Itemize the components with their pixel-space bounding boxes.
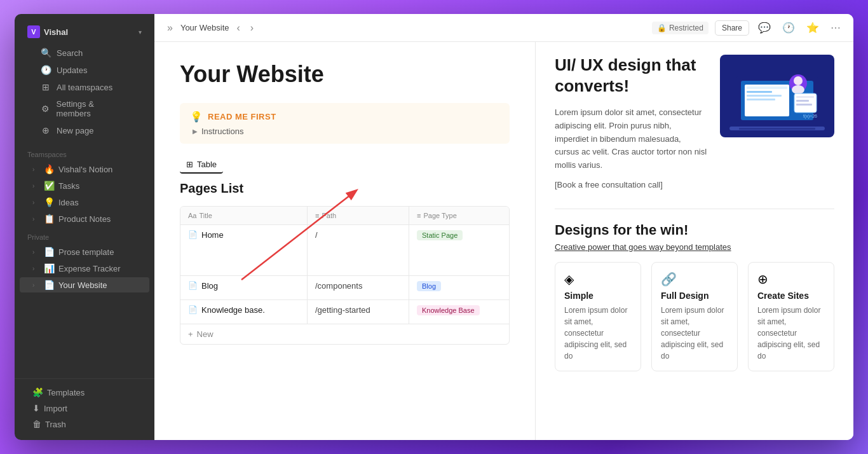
svg-point-11 <box>792 85 804 94</box>
table-section: ⊞ Table Pages List Aa Title <box>180 156 510 345</box>
cell-home-path[interactable]: / <box>308 225 409 275</box>
templates-icon: 🧩 <box>32 387 43 397</box>
pages-table: Aa Title ≡ Path ≡ Page Type <box>180 206 510 345</box>
content-split: Your Website 💡 READ ME FIRST ▶ Instructi… <box>154 42 853 440</box>
toggle-icon: › <box>32 199 40 206</box>
page-type-badge: Static Page <box>417 230 463 240</box>
cell-blog-path[interactable]: /components <box>308 276 409 299</box>
feature-text: Lorem ipsum dolor sit amet, consectetur … <box>661 305 728 362</box>
sidebar-item-prose-template[interactable]: › 📄 Prose template <box>20 244 149 259</box>
main-content: » Your Website ‹ › 🔒 Restricted Share 💬 … <box>154 14 853 440</box>
sidebar-item-templates[interactable]: 🧩 Templates <box>20 385 149 400</box>
toggle-icon: › <box>32 282 40 289</box>
hero-body: Lorem ipsum dolor sit amet, consectetur … <box>555 106 707 172</box>
sidebar-item-expense-tracker[interactable]: › 📊 Expense Tracker <box>20 261 149 276</box>
sidebar-item-all-teamspaces[interactable]: ⊞ All teamspaces <box>27 79 142 95</box>
table-tab-icon: ⊞ <box>186 160 193 169</box>
cell-kb-path[interactable]: /getting-started <box>308 300 409 324</box>
designs-section: Designs for the win! Creative power that… <box>555 209 834 371</box>
page-doc-icon: 📄 <box>188 281 198 290</box>
sidebar-item-import[interactable]: ⬇ Import <box>20 401 149 416</box>
page-doc-icon: 📄 <box>188 230 198 239</box>
updates-icon: 🕐 <box>40 65 51 75</box>
sidebar-item-settings[interactable]: ⚙ Settings & members <box>27 96 142 121</box>
hero-link[interactable]: [Book a free consultation call] <box>555 180 707 189</box>
sidebar-item-your-website[interactable]: › 📄 Your Website <box>20 277 149 292</box>
feature-title: Create Sites <box>757 291 825 301</box>
feature-title: Simple <box>564 291 632 301</box>
ui-illustration: f(x)=26 <box>723 57 831 136</box>
callout-toggle[interactable]: ▶ Instructions <box>193 127 499 136</box>
callout-title: READ ME FIRST <box>208 112 276 121</box>
cell-blog-title[interactable]: 📄 Blog <box>180 276 308 299</box>
cell-home-type[interactable]: Static Page <box>409 225 510 275</box>
more-icon[interactable]: ⋯ <box>828 19 843 36</box>
sidebar-item-new-page[interactable]: ⊕ New page <box>27 122 142 139</box>
cell-home-title[interactable]: 📄 Home <box>180 225 308 275</box>
teamspaces-section-label: Teamspaces <box>15 144 154 161</box>
check-icon: ✅ <box>44 181 55 191</box>
svg-rect-5 <box>747 86 787 89</box>
clipboard-icon: 📋 <box>44 214 55 224</box>
feature-title: Full Design <box>661 291 728 301</box>
path-col-icon: ≡ <box>315 212 319 219</box>
link-icon: 🔗 <box>661 272 728 287</box>
page-type-badge: Knowledge Base <box>417 305 480 315</box>
feature-card-full-design: 🔗 Full Design Lorem ipsum dolor sit amet… <box>651 262 738 371</box>
add-icon: ⊕ <box>40 125 51 135</box>
col-path: ≡ Path <box>308 207 409 224</box>
workspace-name: Vishal <box>44 27 135 37</box>
cell-kb-type[interactable]: Knowledge Base <box>409 300 510 324</box>
sidebar: V Vishal ▾ 🔍 Search 🕐 Updates ⊞ All team… <box>15 14 154 440</box>
tab-bar: ⊞ Table <box>180 156 510 174</box>
sidebar-item-product-notes[interactable]: › 📋 Product Notes <box>20 211 149 226</box>
fire-icon: 🔥 <box>44 164 55 174</box>
main-header: » Your Website ‹ › 🔒 Restricted Share 💬 … <box>154 14 853 42</box>
toggle-icon: › <box>32 265 40 272</box>
toggle-icon: › <box>32 216 40 223</box>
app-container: V Vishal ▾ 🔍 Search 🕐 Updates ⊞ All team… <box>15 14 853 440</box>
page-type-badge: Blog <box>417 281 441 291</box>
workspace-avatar: V <box>27 25 40 38</box>
sidebar-item-trash[interactable]: 🗑 Trash <box>20 416 149 432</box>
history-icon[interactable]: 🕐 <box>780 19 797 36</box>
hero-title: UI/ UX design that converts! <box>555 55 707 96</box>
svg-text:f(x)=26: f(x)=26 <box>803 114 817 119</box>
chart-icon: 📊 <box>44 263 55 273</box>
nav-forward-icon[interactable]: › <box>248 20 256 36</box>
share-button[interactable]: Share <box>715 20 749 36</box>
cell-kb-title[interactable]: 📄 Knowledge base. <box>180 300 308 324</box>
page-type-col-icon: ≡ <box>417 212 421 219</box>
restricted-badge: 🔒 Restricted <box>652 22 709 34</box>
hero-section: UI/ UX design that converts! Lorem ipsum… <box>555 55 834 189</box>
designs-subtitle: Creative power that goes way beyond temp… <box>555 242 834 252</box>
title-col-icon: Aa <box>188 212 196 219</box>
doc-icon: 📄 <box>44 280 55 290</box>
lock-icon: 🔒 <box>657 24 667 32</box>
workspace-header[interactable]: V Vishal ▾ <box>22 22 147 42</box>
sidebar-item-search[interactable]: 🔍 Search <box>27 45 142 61</box>
nav-back-icon[interactable]: ‹ <box>234 20 243 36</box>
sidebar-item-vishals-notion[interactable]: › 🔥 Vishal's Notion <box>20 162 149 177</box>
sidebar-item-tasks[interactable]: › ✅ Tasks <box>20 178 149 193</box>
sidebar-item-updates[interactable]: 🕐 Updates <box>27 62 142 78</box>
page-main-title: Your Website <box>180 61 510 88</box>
right-panel: UI/ UX design that converts! Lorem ipsum… <box>536 42 853 440</box>
cell-blog-type[interactable]: Blog <box>409 276 510 299</box>
add-new-row[interactable]: + New <box>180 324 509 344</box>
svg-point-10 <box>794 76 803 85</box>
col-title: Aa Title <box>180 207 308 224</box>
left-panel: Your Website 💡 READ ME FIRST ▶ Instructi… <box>154 42 536 440</box>
expand-icon[interactable]: » <box>165 20 175 36</box>
svg-rect-6 <box>747 91 772 93</box>
svg-rect-15 <box>796 104 812 106</box>
table-row: 📄 Home / Static Page Bespo <box>180 225 509 276</box>
sidebar-item-ideas[interactable]: › 💡 Ideas <box>20 195 149 210</box>
toggle-icon: › <box>32 182 40 189</box>
tab-table[interactable]: ⊞ Table <box>180 156 223 174</box>
table-row: 📄 Blog /components Blog Comp <box>180 276 509 300</box>
add-new-icon: + <box>188 329 193 339</box>
comment-icon[interactable]: 💬 <box>756 19 773 36</box>
col-page-type: ≡ Page Type <box>409 207 510 224</box>
star-icon[interactable]: ⭐ <box>804 19 822 36</box>
